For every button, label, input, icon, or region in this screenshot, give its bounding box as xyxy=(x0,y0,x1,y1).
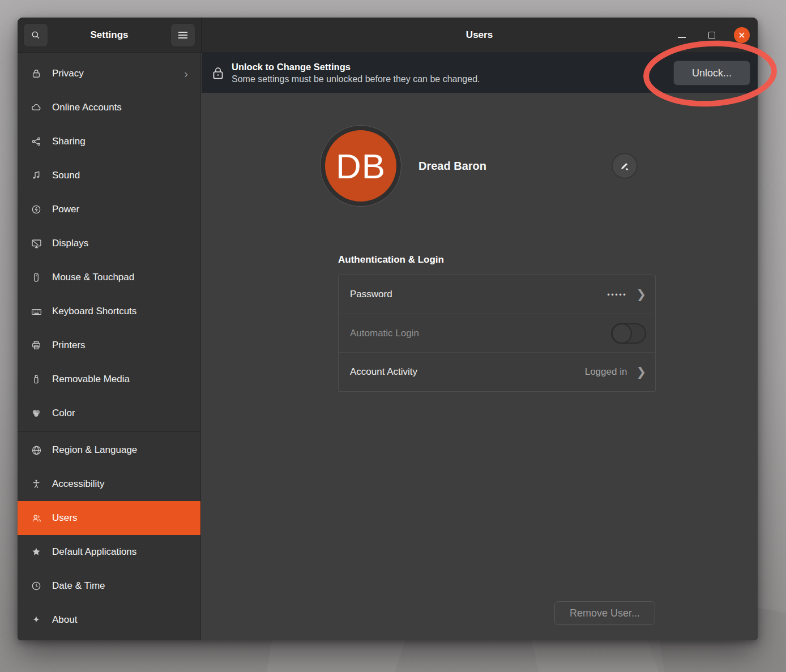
titlebar: Settings Users ✕ xyxy=(18,18,758,53)
sidebar-item-region-language[interactable]: Region & Language xyxy=(18,433,200,467)
password-row[interactable]: Password ••••• ❯ xyxy=(339,275,655,314)
sidebar-item-label: About xyxy=(52,614,77,626)
toggle-knob xyxy=(612,323,632,344)
sidebar-item-label: Region & Language xyxy=(52,444,137,456)
auth-section-header: Authentication & Login xyxy=(338,254,444,266)
minimize-icon xyxy=(678,37,686,38)
chevron-right-icon: › xyxy=(184,68,188,79)
cloud-icon xyxy=(30,101,42,114)
sidebar-item-online-accounts[interactable]: Online Accounts xyxy=(18,91,200,125)
keyboard-icon xyxy=(30,305,42,318)
unlock-bar-subtitle: Some settings must be unlocked before th… xyxy=(232,74,480,85)
users-icon xyxy=(30,512,42,524)
accessibility-icon xyxy=(30,478,42,490)
maximize-icon xyxy=(708,32,715,39)
share-icon xyxy=(30,135,42,148)
printer-icon xyxy=(30,339,42,352)
flash-drive-icon xyxy=(30,373,42,386)
menu-button[interactable] xyxy=(170,23,195,47)
minimize-button[interactable] xyxy=(674,18,690,53)
sidebar-item-displays[interactable]: Displays xyxy=(18,226,200,260)
sidebar-item-removable-media[interactable]: Removable Media xyxy=(18,362,200,396)
users-panel: DB Dread Baron Authentication & Login Pa… xyxy=(202,93,758,640)
edit-name-button[interactable] xyxy=(612,153,638,179)
account-activity-value: Logged in xyxy=(585,366,627,378)
sidebar-item-default-applications[interactable]: Default Applications xyxy=(18,535,200,569)
remove-user-button[interactable]: Remove User... xyxy=(554,601,655,625)
sidebar-item-label: Users xyxy=(52,512,77,524)
sidebar-item-keyboard-shortcuts[interactable]: Keyboard Shortcuts xyxy=(18,294,200,328)
sidebar-item-label: Online Accounts xyxy=(52,102,122,113)
star-icon xyxy=(30,546,42,558)
chevron-right-icon: ❯ xyxy=(636,365,646,379)
sidebar-item-label: Mouse & Touchpad xyxy=(52,272,134,283)
account-activity-row[interactable]: Account Activity Logged in ❯ xyxy=(339,352,655,391)
sidebar-item-mouse-touchpad[interactable]: Mouse & Touchpad xyxy=(18,260,200,294)
auth-settings-list: Password ••••• ❯ Automatic Login Account… xyxy=(338,275,656,392)
sidebar: Privacy › Online Accounts Sharing Sound … xyxy=(18,53,201,640)
sidebar-item-label: Date & Time xyxy=(52,580,105,592)
avatar-initials: DB xyxy=(325,130,396,202)
display-icon xyxy=(30,237,42,250)
sidebar-divider xyxy=(18,431,200,432)
user-avatar[interactable]: DB xyxy=(320,125,401,207)
automatic-login-row: Automatic Login xyxy=(339,314,655,352)
sidebar-item-accessibility[interactable]: Accessibility xyxy=(18,467,200,501)
sidebar-item-label: Sound xyxy=(52,170,80,181)
sidebar-item-sound[interactable]: Sound xyxy=(18,159,200,192)
sidebar-item-label: Accessibility xyxy=(52,478,105,490)
chevron-right-icon: ❯ xyxy=(636,288,646,301)
search-button[interactable] xyxy=(23,23,48,47)
globe-icon xyxy=(30,444,42,456)
sidebar-item-label: Removable Media xyxy=(52,374,130,385)
sidebar-item-users[interactable]: Users xyxy=(18,501,200,535)
automatic-login-toggle[interactable] xyxy=(611,323,646,344)
close-icon: ✕ xyxy=(734,27,750,43)
user-full-name: Dread Baron xyxy=(418,160,486,173)
settings-window: Settings Users ✕ Privacy › Online Accoun… xyxy=(18,18,758,640)
sidebar-item-printers[interactable]: Printers xyxy=(18,328,200,362)
sidebar-item-date-time[interactable]: Date & Time xyxy=(18,569,200,603)
sidebar-item-label: Printers xyxy=(52,340,86,351)
sidebar-item-about[interactable]: About xyxy=(18,603,200,637)
clock-icon xyxy=(30,580,42,592)
maximize-button[interactable] xyxy=(704,18,720,53)
lock-icon xyxy=(211,66,225,80)
sidebar-item-label: Power xyxy=(52,204,79,215)
music-note-icon xyxy=(30,169,42,182)
account-activity-label: Account Activity xyxy=(350,366,417,378)
sidebar-item-label: Default Applications xyxy=(52,546,136,558)
sidebar-item-privacy[interactable]: Privacy › xyxy=(18,57,200,91)
sidebar-item-label: Sharing xyxy=(52,136,86,147)
sidebar-item-label: Color xyxy=(52,408,75,419)
sidebar-item-sharing[interactable]: Sharing xyxy=(18,125,200,159)
hamburger-icon xyxy=(178,31,188,39)
unlock-button[interactable]: Unlock... xyxy=(673,61,750,85)
password-dots: ••••• xyxy=(607,290,627,299)
password-label: Password xyxy=(350,289,392,300)
sidebar-item-label: Privacy xyxy=(52,68,84,79)
power-icon xyxy=(30,203,42,216)
automatic-login-label: Automatic Login xyxy=(350,328,419,339)
sidebar-item-label: Keyboard Shortcuts xyxy=(52,306,136,317)
sparkle-icon xyxy=(30,614,42,626)
lock-icon xyxy=(30,67,42,80)
pencil-icon xyxy=(618,160,631,172)
unlock-bar: Unlock to Change Settings Some settings … xyxy=(202,53,758,93)
mouse-icon xyxy=(30,271,42,284)
unlock-bar-title: Unlock to Change Settings xyxy=(232,61,480,73)
sidebar-item-label: Displays xyxy=(52,238,88,249)
sidebar-item-color[interactable]: Color xyxy=(18,396,200,430)
color-circles-icon xyxy=(30,407,42,420)
close-button[interactable]: ✕ xyxy=(734,18,750,53)
search-icon xyxy=(30,29,41,41)
sidebar-item-power[interactable]: Power xyxy=(18,192,200,226)
